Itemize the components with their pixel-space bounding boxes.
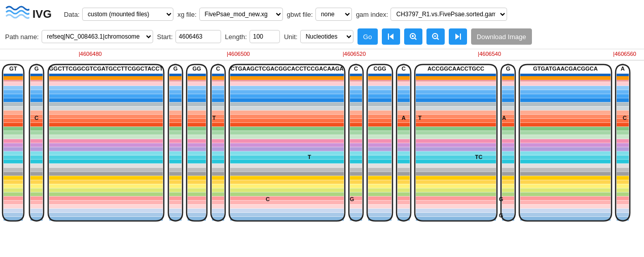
gbwt-field-group: gbwt file: none [287,8,352,21]
length-label: Length: [225,33,247,41]
app-container: IVG Data: custom (mounted files) xg file… [0,0,644,237]
length-field-group: Length: 100 [225,30,280,43]
top-row: IVG Data: custom (mounted files) xg file… [5,4,639,24]
first-button[interactable] [382,28,400,45]
svg-rect-0 [388,34,389,40]
gam-select[interactable]: CH3797_R1.vs.FivePsae.sorted.gam [390,8,507,21]
graph-canvas [0,60,644,237]
start-label: Start: [157,33,173,41]
zoom-out-icon [432,33,440,41]
path-field-group: Path name: refseq|NC_008463.1|chromosome [5,30,153,43]
first-icon [387,33,395,41]
last-icon [454,33,462,41]
xg-label: xg file: [177,11,197,18]
data-label: Data: [64,11,80,18]
zoom-in-button[interactable] [404,28,422,45]
zoom-out-button[interactable] [426,28,445,45]
unit-field-group: Unit: Nucleotides [284,30,353,43]
last-button[interactable] [449,28,467,45]
controls-row: Path name: refseq|NC_008463.1|chromosome… [5,27,639,45]
logo: IVG [5,4,52,24]
download-button[interactable]: Download Image [471,28,532,45]
length-input[interactable]: 100 [249,30,280,43]
logo-text: IVG [32,8,52,21]
unit-label: Unit: [284,33,298,41]
ruler-mark-1: |4606480 [79,51,102,57]
start-input[interactable]: 4606463 [175,30,221,43]
start-field-group: Start: 4606463 [157,30,221,43]
data-field-group: Data: custom (mounted files) [64,8,173,21]
gam-field-group: gam index: CH3797_R1.vs.FivePsae.sorted.… [356,8,508,21]
ruler: |4606480 |4606500 |4606520 |4606540 |460… [0,49,644,60]
svg-marker-10 [455,34,459,40]
zoom-in-icon [409,33,417,41]
ruler-mark-5: |4606560 [613,51,636,57]
ruler-mark-2: |4606500 [227,51,250,57]
gam-label: gam index: [356,11,388,18]
xg-field-group: xg file: FivePsae_mod_new.xg [177,8,283,21]
go-button[interactable]: Go [357,28,378,45]
data-select[interactable]: custom (mounted files) [82,8,173,21]
path-label: Path name: [5,33,39,41]
svg-line-5 [414,38,416,40]
ruler-mark-4: |4606540 [478,51,501,57]
logo-icon [5,4,29,24]
svg-rect-9 [460,34,461,40]
header: IVG Data: custom (mounted files) xg file… [0,0,644,49]
ruler-mark-3: |4606520 [343,51,366,57]
svg-marker-1 [389,34,393,40]
path-select[interactable]: refseq|NC_008463.1|chromosome [42,30,153,43]
gbwt-select[interactable]: none [315,8,352,21]
viz-container: |4606480 |4606500 |4606520 |4606540 |460… [0,49,644,237]
xg-select[interactable]: FivePsae_mod_new.xg [199,8,283,21]
unit-select[interactable]: Nucleotides [300,30,353,43]
gbwt-label: gbwt file: [287,11,313,18]
svg-line-8 [437,38,439,40]
